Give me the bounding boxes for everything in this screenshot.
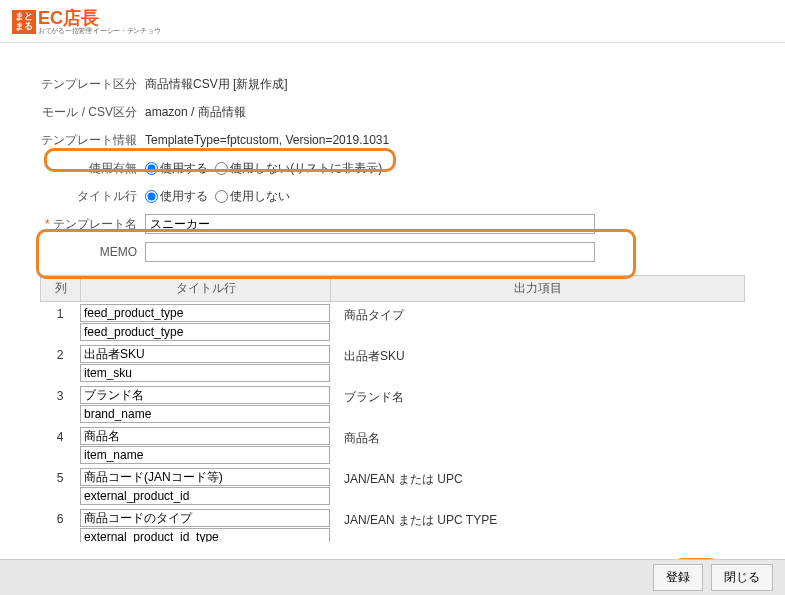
title-row-2-input[interactable] bbox=[80, 528, 330, 542]
use-flag-label: 使用有無 bbox=[40, 160, 145, 177]
table-row: 2出品者SKU bbox=[40, 343, 745, 384]
logo-ec: EC bbox=[38, 8, 63, 28]
table-body: 1商品タイプ2出品者SKU3ブランド名4商品名5JAN/EAN または UPC6… bbox=[40, 302, 745, 542]
memo-input[interactable] bbox=[145, 242, 595, 262]
table-row: 5JAN/EAN または UPC bbox=[40, 466, 745, 507]
table-row: 3ブランド名 bbox=[40, 384, 745, 425]
logo-badge-line1: まと bbox=[15, 11, 33, 21]
row-num: 4 bbox=[40, 427, 80, 444]
row-num: 2 bbox=[40, 345, 80, 362]
logo-main: EC店長 bbox=[38, 9, 160, 27]
title-row-1-input[interactable] bbox=[80, 468, 330, 486]
row-output: 出品者SKU bbox=[330, 345, 745, 365]
row-title-cell bbox=[80, 427, 330, 464]
th-col: 列 bbox=[41, 276, 81, 301]
title-row-radio-1[interactable] bbox=[145, 190, 158, 203]
th-title: タイトル行 bbox=[81, 276, 331, 301]
title-row-opt2-label[interactable]: 使用しない bbox=[215, 189, 290, 203]
logo-text: EC店長 おてがる一括管理 イーシー・テンチョウ bbox=[38, 9, 160, 34]
row-title-cell bbox=[80, 345, 330, 382]
use-flag-radio-2[interactable] bbox=[215, 162, 228, 175]
logo-tencho: 店長 bbox=[63, 8, 99, 28]
mall-csv-value: amazon / 商品情報 bbox=[145, 104, 246, 121]
row-num: 3 bbox=[40, 386, 80, 403]
title-row-1-input[interactable] bbox=[80, 427, 330, 445]
table-row: 1商品タイプ bbox=[40, 302, 745, 343]
row-memo: MEMO bbox=[40, 241, 745, 263]
template-kubun-label: テンプレート区分 bbox=[40, 76, 145, 93]
title-row-1-input[interactable] bbox=[80, 509, 330, 527]
close-button[interactable]: 閉じる bbox=[711, 564, 773, 591]
row-use-flag: 使用有無 使用する 使用しない(リストに非表示) bbox=[40, 157, 745, 179]
memo-label: MEMO bbox=[40, 245, 145, 259]
title-row-opt1-label[interactable]: 使用する bbox=[145, 189, 208, 203]
title-row-2-input[interactable] bbox=[80, 364, 330, 382]
header: まと まる EC店長 おてがる一括管理 イーシー・テンチョウ bbox=[0, 0, 785, 43]
row-output: 商品タイプ bbox=[330, 304, 745, 324]
title-row-1-input[interactable] bbox=[80, 345, 330, 363]
row-output: 商品名 bbox=[330, 427, 745, 447]
row-title-cell bbox=[80, 386, 330, 423]
row-template-info: テンプレート情報 TemplateType=fptcustom, Version… bbox=[40, 129, 745, 151]
title-row-2-input[interactable] bbox=[80, 323, 330, 341]
title-row-2-input[interactable] bbox=[80, 487, 330, 505]
row-title-cell bbox=[80, 304, 330, 341]
row-output: JAN/EAN または UPC TYPE bbox=[330, 509, 745, 529]
row-mall-csv: モール / CSV区分 amazon / 商品情報 bbox=[40, 101, 745, 123]
row-title-row: タイトル行 使用する 使用しない bbox=[40, 185, 745, 207]
title-row-2-input[interactable] bbox=[80, 405, 330, 423]
logo-badge-line2: まる bbox=[15, 21, 33, 31]
title-row-opt2-text: 使用しない bbox=[230, 189, 290, 203]
logo-sub: おてがる一括管理 イーシー・テンチョウ bbox=[38, 27, 160, 34]
use-flag-opt2-label[interactable]: 使用しない(リストに非表示) bbox=[215, 161, 382, 175]
row-template-name: テンプレート名 bbox=[40, 213, 745, 235]
table-row: 6JAN/EAN または UPC TYPE bbox=[40, 507, 745, 542]
use-flag-opt1-text: 使用する bbox=[160, 161, 208, 175]
logo-badge: まと まる bbox=[12, 10, 36, 34]
table-row: 4商品名 bbox=[40, 425, 745, 466]
mall-csv-label: モール / CSV区分 bbox=[40, 104, 145, 121]
th-output: 出力項目 bbox=[331, 276, 744, 301]
row-num: 6 bbox=[40, 509, 80, 526]
row-output: JAN/EAN または UPC bbox=[330, 468, 745, 488]
row-template-kubun: テンプレート区分 商品情報CSV用 [新規作成] bbox=[40, 73, 745, 95]
footer: 登録 閉じる bbox=[0, 559, 785, 595]
table-header: 列 タイトル行 出力項目 bbox=[40, 275, 745, 302]
template-name-label: テンプレート名 bbox=[40, 216, 145, 233]
register-button[interactable]: 登録 bbox=[653, 564, 703, 591]
title-row-radio-2[interactable] bbox=[215, 190, 228, 203]
logo: まと まる EC店長 おてがる一括管理 イーシー・テンチョウ bbox=[12, 9, 160, 34]
table-area: 列 タイトル行 出力項目 1商品タイプ2出品者SKU3ブランド名4商品名5JAN… bbox=[40, 275, 745, 542]
use-flag-radios: 使用する 使用しない(リストに非表示) bbox=[145, 160, 386, 177]
row-output: ブランド名 bbox=[330, 386, 745, 406]
use-flag-opt1-label[interactable]: 使用する bbox=[145, 161, 208, 175]
row-title-cell bbox=[80, 468, 330, 505]
title-row-opt1-text: 使用する bbox=[160, 189, 208, 203]
use-flag-radio-1[interactable] bbox=[145, 162, 158, 175]
content: テンプレート区分 商品情報CSV用 [新規作成] モール / CSV区分 ama… bbox=[0, 43, 785, 542]
template-info-value: TemplateType=fptcustom, Version=2019.103… bbox=[145, 133, 389, 147]
title-row-radios: 使用する 使用しない bbox=[145, 188, 294, 205]
use-flag-opt2-text: 使用しない(リストに非表示) bbox=[230, 161, 382, 175]
row-num: 1 bbox=[40, 304, 80, 321]
template-kubun-value: 商品情報CSV用 [新規作成] bbox=[145, 76, 288, 93]
row-title-cell bbox=[80, 509, 330, 542]
title-row-1-input[interactable] bbox=[80, 304, 330, 322]
row-num: 5 bbox=[40, 468, 80, 485]
template-info-label: テンプレート情報 bbox=[40, 132, 145, 149]
title-row-label: タイトル行 bbox=[40, 188, 145, 205]
title-row-2-input[interactable] bbox=[80, 446, 330, 464]
title-row-1-input[interactable] bbox=[80, 386, 330, 404]
template-name-input[interactable] bbox=[145, 214, 595, 234]
